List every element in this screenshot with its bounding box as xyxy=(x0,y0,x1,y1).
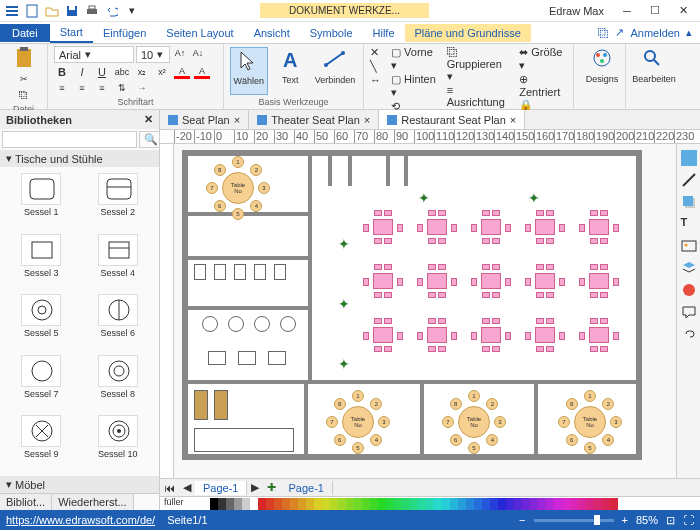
login-link[interactable]: Anmelden xyxy=(630,27,680,39)
font-color-icon[interactable]: A xyxy=(194,65,210,79)
shape-item[interactable]: Sessel 8 xyxy=(81,353,156,412)
text-tool-icon[interactable]: T xyxy=(681,216,697,232)
page-tab-2[interactable]: Page-1 xyxy=(280,481,332,495)
number-icon[interactable]: ≡ xyxy=(74,81,90,95)
zoom-in-icon[interactable]: + xyxy=(622,514,628,526)
comment-tool-icon[interactable] xyxy=(681,304,697,320)
square-table[interactable] xyxy=(420,268,454,294)
nav-prev-icon[interactable]: ◀ xyxy=(179,481,195,494)
color-swatch[interactable] xyxy=(450,498,458,510)
color-swatch[interactable] xyxy=(490,498,498,510)
tab-close-icon[interactable]: × xyxy=(364,114,370,126)
tab-symbole[interactable]: Symbole xyxy=(300,24,363,42)
color-swatch[interactable] xyxy=(346,498,354,510)
square-table[interactable] xyxy=(528,268,562,294)
square-table[interactable] xyxy=(582,214,616,240)
export-icon[interactable]: ⿻ xyxy=(598,27,609,39)
tab-einfuegen[interactable]: Einfügen xyxy=(93,24,156,42)
section-moebel[interactable]: ▾Möbel xyxy=(0,476,159,493)
image-tool-icon[interactable] xyxy=(681,238,697,254)
doc-tab-seatplan[interactable]: Seat Plan× xyxy=(160,110,249,129)
color-swatch[interactable] xyxy=(306,498,314,510)
round-table[interactable]: 12345678TableNo xyxy=(208,158,268,218)
print-icon[interactable] xyxy=(84,3,100,19)
square-table[interactable] xyxy=(582,322,616,348)
collapse-ribbon-icon[interactable]: ▴ xyxy=(686,26,692,39)
shape-item[interactable]: Sessel 9 xyxy=(4,413,79,472)
share-icon[interactable]: ↗ xyxy=(615,26,624,39)
color-swatch[interactable] xyxy=(338,498,346,510)
fill-tool-icon[interactable] xyxy=(681,150,697,166)
doc-tab-theater[interactable]: Theater Seat Plan× xyxy=(249,110,379,129)
color-swatch[interactable] xyxy=(290,498,298,510)
shape-item[interactable]: Sessel 3 xyxy=(4,232,79,291)
square-table[interactable] xyxy=(420,322,454,348)
color-swatch[interactable] xyxy=(250,498,258,510)
tab-ansicht[interactable]: Ansicht xyxy=(244,24,300,42)
superscript-icon[interactable]: x² xyxy=(154,65,170,79)
font-size-combo[interactable]: 10▾ xyxy=(136,46,170,63)
square-table[interactable] xyxy=(366,322,400,348)
color-swatch[interactable] xyxy=(426,498,434,510)
minimize-icon[interactable]: ─ xyxy=(614,2,640,20)
line-spacing-icon[interactable]: ⇅ xyxy=(114,81,130,95)
color-swatch[interactable] xyxy=(266,498,274,510)
square-table[interactable] xyxy=(528,322,562,348)
vorne-button[interactable]: ▢ Vorne ▾ xyxy=(391,46,437,72)
color-swatch[interactable] xyxy=(594,498,602,510)
color-swatch[interactable] xyxy=(226,498,234,510)
color-swatch[interactable] xyxy=(466,498,474,510)
color-swatch[interactable] xyxy=(506,498,514,510)
color-swatch[interactable] xyxy=(242,498,250,510)
panel-close-icon[interactable]: ✕ xyxy=(144,113,153,126)
paste-icon[interactable] xyxy=(14,46,34,70)
color-swatch[interactable] xyxy=(410,498,418,510)
cut-icon[interactable]: ✂ xyxy=(16,72,32,86)
square-table[interactable] xyxy=(528,214,562,240)
color-swatch[interactable] xyxy=(282,498,290,510)
strike-icon[interactable]: abc xyxy=(114,65,130,79)
zoom-slider[interactable] xyxy=(534,519,614,522)
fullscreen-icon[interactable]: ⛶ xyxy=(683,514,694,526)
lib-tab-wiederherst[interactable]: Wiederherst... xyxy=(52,494,133,510)
square-table[interactable] xyxy=(474,268,508,294)
color-swatch[interactable] xyxy=(274,498,282,510)
color-swatch[interactable] xyxy=(362,498,370,510)
bearbeiten-button[interactable]: Bearbeiten xyxy=(632,46,676,94)
font-name-combo[interactable]: Arial▾ xyxy=(54,46,134,63)
color-swatch[interactable] xyxy=(210,498,218,510)
doc-tab-restaurant[interactable]: Restaurant Seat Plan× xyxy=(379,110,525,129)
square-table[interactable] xyxy=(366,268,400,294)
section-tische[interactable]: ▾Tische und Stühle xyxy=(0,150,159,167)
color-swatch[interactable] xyxy=(522,498,530,510)
select-tool-button[interactable]: Wählen xyxy=(230,47,268,95)
tab-close-icon[interactable]: × xyxy=(510,114,516,126)
color-swatch[interactable] xyxy=(514,498,522,510)
color-swatch[interactable] xyxy=(330,498,338,510)
color-swatch[interactable] xyxy=(546,498,554,510)
status-url[interactable]: https://www.edrawsoft.com/de/ xyxy=(6,514,155,526)
subscript-icon[interactable]: x₂ xyxy=(134,65,150,79)
designs-button[interactable]: Designs xyxy=(580,46,624,94)
shape-item[interactable]: Sessel 10 xyxy=(81,413,156,472)
color-swatch[interactable] xyxy=(386,498,394,510)
connector-tool-button[interactable]: Verbinden xyxy=(313,47,357,95)
color-swatch[interactable] xyxy=(314,498,322,510)
square-table[interactable] xyxy=(582,268,616,294)
copy-icon[interactable]: ⿻ xyxy=(16,88,32,102)
shape-item[interactable]: Sessel 1 xyxy=(4,171,79,230)
nav-next-icon[interactable]: ▶ xyxy=(247,481,263,494)
tab-plaene[interactable]: Pläne und Grundrisse xyxy=(405,24,531,42)
color-swatch[interactable] xyxy=(474,498,482,510)
maximize-icon[interactable]: ☐ xyxy=(642,2,668,20)
cross-icon[interactable]: ✕ xyxy=(370,46,381,59)
shape-item[interactable]: Sessel 7 xyxy=(4,353,79,412)
color-swatch[interactable] xyxy=(218,498,226,510)
color-swatch[interactable] xyxy=(482,498,490,510)
color-swatch[interactable] xyxy=(234,498,242,510)
layer-tool-icon[interactable] xyxy=(681,260,697,276)
bullet-icon[interactable]: ≡ xyxy=(54,81,70,95)
color-swatch[interactable] xyxy=(322,498,330,510)
decrease-font-icon[interactable]: A↓ xyxy=(190,46,206,60)
tab-start[interactable]: Start xyxy=(50,23,93,43)
